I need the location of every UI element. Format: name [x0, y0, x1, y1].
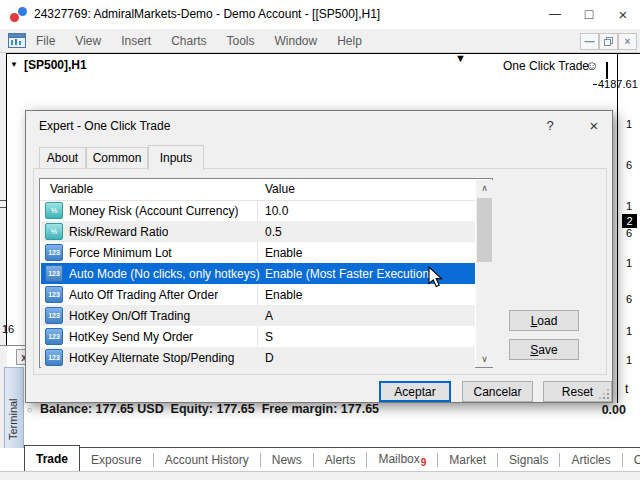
- save-button[interactable]: Save: [509, 339, 579, 360]
- menu-window[interactable]: Window: [265, 34, 328, 48]
- table-row[interactable]: 123 HotKey Alternate Stop/Pending D: [41, 347, 475, 368]
- axis-digit: 1: [626, 118, 632, 130]
- menu-bar: File View Insert Charts Tools Window Hel…: [0, 29, 640, 53]
- cancel-button[interactable]: Cancelar: [462, 381, 533, 402]
- table-row[interactable]: ½ Money Risk (Account Currency) 10.0: [41, 200, 475, 221]
- chevron-up-icon: ∧: [481, 183, 488, 193]
- double-type-icon: ½: [45, 223, 63, 240]
- child-minimize-icon: —: [585, 36, 595, 47]
- column-header-value[interactable]: Value: [265, 182, 295, 196]
- tab-alerts[interactable]: Alerts: [313, 453, 367, 467]
- title-bar: 24327769: AdmiralMarkets-Demo - Demo Acc…: [0, 0, 640, 30]
- menu-view[interactable]: View: [65, 34, 111, 48]
- maximize-button[interactable]: □: [572, 0, 606, 28]
- menu-tools[interactable]: Tools: [217, 34, 265, 48]
- table-row-selected[interactable]: 123 Auto Mode (No clicks, only hotkeys) …: [41, 263, 475, 284]
- table-header: Variable Value: [40, 179, 475, 201]
- mouse-cursor: [428, 266, 443, 288]
- integer-type-icon: 123: [45, 307, 63, 324]
- menu-insert[interactable]: Insert: [111, 34, 161, 48]
- axis-digit: 6: [626, 159, 632, 171]
- profit-value: 0.00: [0, 403, 626, 417]
- table-row[interactable]: 123 HotKey Send My Order S: [41, 326, 475, 347]
- resize-grip[interactable]: [607, 397, 609, 399]
- integer-type-icon: 123: [45, 244, 63, 261]
- table-row[interactable]: 123 Auto Off Trading After Order Enable: [41, 284, 475, 305]
- axis-digit: 1: [626, 325, 632, 337]
- axis-digit: 1: [626, 200, 632, 212]
- table-row[interactable]: 123 HotKey On/Off Trading A: [41, 305, 475, 326]
- dialog-help-button[interactable]: ?: [534, 111, 566, 139]
- table-scrollbar[interactable]: ∧ ∨: [476, 180, 493, 367]
- load-button[interactable]: Load: [509, 310, 579, 331]
- current-price-label: 4187.61: [598, 78, 638, 90]
- tab-account-history[interactable]: Account History: [153, 453, 260, 467]
- tab-signals[interactable]: Signals: [497, 453, 559, 467]
- dialog-close-button[interactable]: ×: [578, 111, 610, 139]
- axis-digit: 1: [626, 354, 632, 366]
- table-row[interactable]: 123 Force Minimum Lot Enable: [41, 242, 475, 263]
- mailbox-badge: 9: [421, 457, 427, 468]
- left-tick-mark: [0, 200, 6, 201]
- status-bar: [0, 471, 640, 480]
- minimize-button[interactable]: —: [538, 0, 572, 28]
- dialog-title: Expert - One Click Trade: [39, 119, 170, 133]
- window-title: 24327769: AdmiralMarkets-Demo - Demo Acc…: [34, 7, 380, 21]
- child-minimize-button[interactable]: —: [580, 33, 599, 50]
- menu-charts[interactable]: Charts: [161, 34, 216, 48]
- current-price-tag: 2: [622, 214, 637, 228]
- partial-text-glyph: t: [625, 382, 628, 396]
- chart-symbol-label: [SP500],H1: [24, 58, 87, 72]
- menu-help[interactable]: Help: [327, 34, 372, 48]
- reset-button[interactable]: Reset: [543, 381, 612, 402]
- axis-digit: 6: [626, 227, 632, 239]
- close-icon: ×: [619, 6, 628, 23]
- child-restore-button[interactable]: [599, 33, 618, 50]
- price-tick-mark: [593, 84, 597, 85]
- tab-articles[interactable]: Articles: [559, 453, 621, 467]
- help-icon: ?: [546, 118, 553, 133]
- chevron-down-icon: ∨: [481, 354, 488, 364]
- tab-exposure[interactable]: Exposure: [80, 453, 153, 467]
- table-row[interactable]: ½ Risk/Reward Ratio 0.5: [41, 221, 475, 242]
- panel-separator: [0, 345, 25, 346]
- tab-mailbox[interactable]: Mailbox9: [366, 452, 437, 468]
- close-button[interactable]: ×: [606, 0, 640, 28]
- chart-top-marker-icon: ▼: [455, 52, 466, 64]
- inputs-table: Variable Value ½ Money Risk (Account Cur…: [39, 178, 493, 368]
- accept-button[interactable]: Aceptar: [379, 381, 451, 402]
- tab-market[interactable]: Market: [437, 453, 497, 467]
- scroll-down-button[interactable]: ∨: [476, 351, 493, 367]
- double-type-icon: ½: [45, 202, 63, 219]
- integer-type-icon: 123: [45, 265, 63, 282]
- chevron-down-icon[interactable]: ▼: [10, 60, 18, 69]
- smiley-icon[interactable]: ☺: [585, 58, 598, 73]
- child-close-button[interactable]: ×: [618, 33, 637, 50]
- scroll-up-button[interactable]: ∧: [476, 180, 493, 196]
- chart-window-icon: [8, 33, 26, 48]
- child-restore-icon: [604, 37, 613, 46]
- menu-file[interactable]: File: [26, 34, 65, 48]
- one-click-trade-label[interactable]: One Click Trade: [503, 59, 589, 73]
- current-candle-bar: [606, 62, 608, 79]
- tab-codebase[interactable]: Code B: [622, 453, 640, 467]
- maximize-icon: □: [585, 6, 593, 22]
- tab-news[interactable]: News: [260, 453, 313, 467]
- dialog-close-icon: ×: [590, 117, 599, 134]
- child-close-icon: ×: [625, 36, 631, 47]
- chart-border-left: [6, 53, 7, 346]
- price-scale-separator: [617, 53, 618, 403]
- axis-digit: 6: [626, 293, 632, 305]
- axis-digit: 1: [626, 257, 632, 269]
- tab-common[interactable]: Common: [86, 147, 148, 169]
- tab-inputs[interactable]: Inputs: [148, 145, 204, 170]
- mt4-main-window: 24327769: AdmiralMarkets-Demo - Demo Acc…: [0, 0, 640, 480]
- left-scale-label: 16: [2, 323, 14, 335]
- integer-type-icon: 123: [45, 349, 63, 366]
- tab-trade[interactable]: Trade: [24, 445, 80, 471]
- terminal-tabs: Exposure Account History News Alerts Mai…: [80, 449, 640, 470]
- column-header-variable[interactable]: Variable: [50, 182, 93, 196]
- scrollbar-thumb[interactable]: [477, 198, 492, 262]
- chart-border-top: [6, 53, 640, 54]
- tab-about[interactable]: About: [39, 147, 86, 169]
